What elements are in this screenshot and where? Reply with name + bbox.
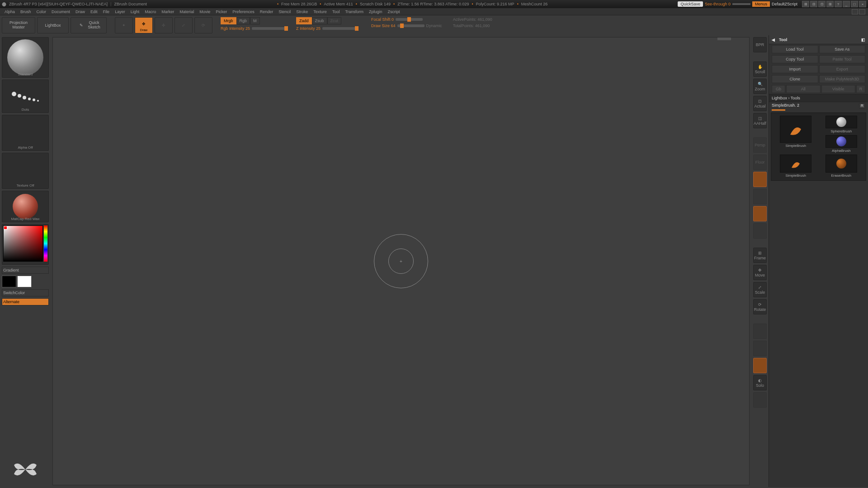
persp-button[interactable]: Persp	[753, 137, 767, 153]
scale-mode-button[interactable]: ⤢	[175, 17, 193, 33]
zoom-button[interactable]: 🔍Zoom	[753, 79, 767, 94]
lightbox-tools-header[interactable]: Lightbox › Tools	[769, 94, 868, 102]
export-button[interactable]: Export	[819, 65, 866, 73]
xpose2-button[interactable]	[753, 392, 767, 408]
dynsub-button[interactable]	[753, 358, 767, 373]
aahalf-button[interactable]: ◫AAHalf	[753, 113, 767, 128]
close-button[interactable]: ×	[859, 1, 866, 7]
clone-button[interactable]: Clone	[772, 75, 818, 83]
draw-mode-button[interactable]: ✥ Draw	[135, 17, 153, 33]
r-button[interactable]: R	[856, 85, 865, 93]
make-polymesh-button[interactable]: Make PolyMesh3D	[819, 75, 866, 83]
copy-tool-button[interactable]: Copy Tool	[772, 55, 818, 63]
rgb-button[interactable]: Rgb	[236, 17, 250, 24]
defaultzscript-button[interactable]: DefaultZScript	[772, 2, 797, 6]
primary-color[interactable]	[17, 276, 32, 287]
nav-scale-button[interactable]: ⤢Scale	[753, 282, 767, 297]
quicksketch-button[interactable]: ✎ Quick Sketch	[71, 17, 107, 33]
tool-item-simplebrush2[interactable]: SimpleBrush	[774, 155, 818, 178]
menu-tool[interactable]: Tool	[330, 9, 342, 14]
maximize-button[interactable]: □	[851, 1, 858, 7]
menu-stencil[interactable]: Stencil	[277, 9, 292, 14]
move-mode-button[interactable]: ✢	[155, 17, 173, 33]
menu-file[interactable]: File	[101, 9, 112, 14]
floor-button[interactable]: Floor	[753, 155, 767, 170]
lasso-button[interactable]	[753, 189, 767, 204]
menu-zscript[interactable]: Zscript	[386, 9, 402, 14]
texture-slot[interactable]: Texture Off	[2, 153, 49, 189]
scroll-button[interactable]: ✋Scroll	[753, 61, 767, 77]
zcut-button[interactable]: Zcut	[327, 17, 342, 24]
rotate-mode-button[interactable]: ⟳	[194, 17, 212, 33]
projection-master-button[interactable]: Projection Master	[2, 17, 35, 33]
alpha-slot[interactable]: Alpha Off	[2, 115, 49, 151]
brush-slot[interactable]: Standard	[2, 37, 49, 78]
polyf-button[interactable]	[753, 324, 767, 339]
menu-texture[interactable]: Texture	[311, 9, 329, 14]
alternate-button[interactable]: Alternate	[2, 298, 49, 305]
color-box[interactable]	[3, 225, 43, 262]
rgb-intensity-slider[interactable]	[252, 27, 288, 30]
panel-right-arrow[interactable]	[859, 9, 865, 14]
menu-document[interactable]: Document	[50, 9, 72, 14]
xpose-button[interactable]	[753, 206, 767, 221]
lightbox-button[interactable]: LightBox	[37, 17, 69, 33]
panel-left-arrow[interactable]	[852, 9, 858, 14]
tool-r-button[interactable]: R	[859, 103, 865, 108]
focal-shift-slider[interactable]	[396, 18, 423, 21]
layout1-button[interactable]: ⊞	[802, 1, 809, 7]
edit-mode-button[interactable]: ✦	[115, 17, 133, 33]
actual-button[interactable]: ⊡Actual	[753, 96, 767, 111]
stroke-slot[interactable]: Dots	[2, 80, 49, 113]
nav-rotate-button[interactable]: ⟳Rotate	[753, 299, 767, 314]
menus-button[interactable]: Menus	[752, 1, 770, 7]
tool-panel-header[interactable]: ◀ Tool ◧	[769, 35, 868, 44]
tool-item-spherebrush[interactable]: SphereBrush AlphaBrush	[820, 116, 863, 153]
layout2-button[interactable]: ⊟	[810, 1, 817, 7]
menu-edit[interactable]: Edit	[89, 9, 99, 14]
menu-picker[interactable]: Picker	[214, 9, 229, 14]
menu-movie[interactable]: Movie	[198, 9, 212, 14]
menu-brush[interactable]: Brush	[19, 9, 33, 14]
hue-slider[interactable]	[44, 225, 47, 262]
menu-render[interactable]: Render	[258, 9, 275, 14]
draw-size-slider[interactable]	[397, 24, 425, 27]
layout3-button[interactable]: ⊡	[818, 1, 826, 7]
import-button[interactable]: Import	[772, 65, 818, 73]
load-tool-button[interactable]: Load Tool	[772, 45, 818, 53]
solo-button[interactable]: ◐Solo	[753, 375, 767, 390]
tool-item-simplebrush[interactable]: SimpleBrush	[774, 116, 818, 153]
seethrough-slider[interactable]: See-through 0	[705, 2, 731, 6]
local-button[interactable]	[753, 172, 767, 187]
menu-material[interactable]: Material	[178, 9, 196, 14]
menu-macro[interactable]: Macro	[143, 9, 158, 14]
dynamic-label[interactable]: Dynamic	[426, 23, 442, 28]
xsym-button[interactable]	[753, 341, 767, 356]
canvas-handle[interactable]	[717, 38, 731, 40]
secondary-color[interactable]	[2, 276, 16, 287]
zsub-button[interactable]: Zsub	[312, 17, 327, 24]
material-slot[interactable]: MatCap Red Wax	[2, 191, 49, 222]
help-button[interactable]: ?	[835, 1, 842, 7]
menu-transform[interactable]: Transform	[343, 9, 365, 14]
nav-move-button[interactable]: ✥Move	[753, 265, 767, 280]
paste-tool-button[interactable]: Paste Tool	[819, 55, 866, 63]
menu-zplugin[interactable]: Zplugin	[367, 9, 384, 14]
z-intensity-slider[interactable]	[322, 27, 359, 30]
menu-preferences[interactable]: Preferences	[231, 9, 256, 14]
all-button[interactable]: All	[786, 85, 821, 93]
frame-button[interactable]: ⊞Frame	[753, 248, 767, 263]
visible-button[interactable]: Visible	[821, 85, 856, 93]
switchcolor-button[interactable]: SwitchColor	[2, 289, 49, 296]
menu-stroke[interactable]: Stroke	[294, 9, 310, 14]
sym-button[interactable]	[753, 223, 767, 239]
mrgb-button[interactable]: Mrgb	[221, 17, 236, 24]
canvas[interactable]: +	[52, 37, 750, 485]
menu-marker[interactable]: Marker	[160, 9, 176, 14]
m-button[interactable]: M	[250, 17, 260, 24]
menu-color[interactable]: Color	[35, 9, 48, 14]
tool-item-eraserbrush[interactable]: EraserBrush	[820, 155, 863, 178]
minimize-button[interactable]: _	[843, 1, 850, 7]
menu-layer[interactable]: Layer	[113, 9, 127, 14]
gradient-button[interactable]: Gradient	[2, 267, 49, 274]
